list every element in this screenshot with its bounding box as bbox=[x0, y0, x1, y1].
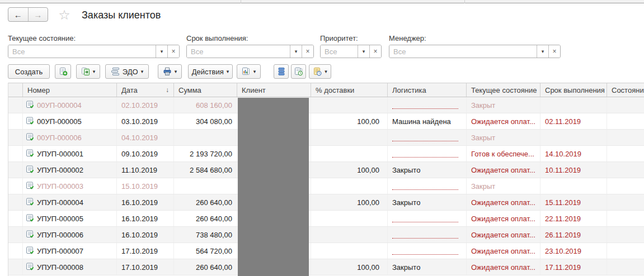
filter-priority-input[interactable] bbox=[321, 45, 358, 58]
sum-cell bbox=[174, 178, 237, 194]
due-date-cell: 17.11.2019 bbox=[540, 259, 607, 275]
logistics-cell bbox=[388, 97, 467, 113]
list-settings-button[interactable] bbox=[274, 64, 289, 79]
chevron-down-icon: ▾ bbox=[175, 69, 177, 74]
column-header-delivery-pct[interactable]: % доставки bbox=[311, 83, 388, 97]
current-state-cell: Ожидается оплат... bbox=[467, 243, 540, 259]
posted-document-icon bbox=[26, 262, 34, 273]
window-top-edge bbox=[0, 0, 644, 3]
chevron-down-icon[interactable]: ▾ bbox=[156, 45, 167, 58]
document-history-button[interactable] bbox=[291, 64, 306, 79]
forward-arrow-icon: → bbox=[34, 10, 42, 20]
copy-document-icon bbox=[81, 67, 90, 76]
table-row[interactable]: УПУП-000001 09.10.2019 2 193 720,00 Гото… bbox=[8, 146, 644, 162]
row-selector-cell bbox=[8, 130, 23, 145]
report-icon bbox=[242, 67, 251, 76]
table-row[interactable]: УПУП-000003 15.10.2019 Закрыт bbox=[8, 178, 644, 194]
empty-field-underline bbox=[392, 231, 458, 239]
actions-button[interactable]: Действия ▾ bbox=[188, 64, 233, 79]
clear-icon[interactable]: × bbox=[167, 45, 179, 58]
page-title: Заказы клиентов bbox=[82, 9, 161, 21]
table-row[interactable]: УПУП-000006 16.10.2019 738 480,00 Ожидае… bbox=[8, 227, 644, 243]
column-header-state[interactable]: Состояние bbox=[607, 83, 644, 97]
favorite-star-icon[interactable]: ☆ bbox=[56, 7, 73, 23]
state-cell bbox=[607, 146, 644, 161]
due-date-cell bbox=[540, 97, 607, 113]
chevron-down-icon[interactable]: ▾ bbox=[537, 45, 548, 58]
column-header-date[interactable]: Дата ↓ bbox=[117, 83, 174, 97]
create-button[interactable]: Создать bbox=[8, 64, 50, 79]
client-column-redaction-overlay bbox=[238, 98, 309, 276]
print-icon bbox=[163, 67, 172, 76]
forward-button[interactable]: → bbox=[29, 8, 48, 21]
filter-manager-input[interactable] bbox=[389, 45, 537, 58]
due-date-cell: 23.10.2019 bbox=[540, 243, 607, 259]
filter-due-date-input[interactable] bbox=[187, 45, 290, 58]
number-cell: УПУП-000007 bbox=[23, 243, 117, 259]
copy-create-button[interactable]: ▾ bbox=[76, 64, 100, 79]
logistics-cell: Закрыто bbox=[388, 162, 467, 178]
current-state-cell: Ожидается оплат... bbox=[467, 259, 540, 275]
table-row[interactable]: УПУП-000002 11.10.2019 2 584 680,00 100,… bbox=[8, 162, 644, 178]
row-selector-cell bbox=[8, 243, 23, 259]
sum-cell: 2 193 720,00 bbox=[174, 146, 237, 161]
clear-icon[interactable]: × bbox=[369, 45, 381, 58]
chevron-down-icon[interactable]: ▾ bbox=[290, 45, 302, 58]
date-cell: 09.10.2019 bbox=[117, 146, 174, 161]
clear-icon[interactable]: × bbox=[548, 45, 560, 58]
posted-document-icon bbox=[26, 165, 34, 175]
delivery-pct-cell bbox=[311, 97, 388, 113]
posted-document-icon bbox=[26, 100, 34, 111]
add-document-button[interactable] bbox=[55, 64, 71, 79]
clear-icon[interactable]: × bbox=[302, 45, 313, 58]
table-row[interactable]: УПУП-000005 16.10.2019 260 640,00 Ожидае… bbox=[8, 211, 644, 227]
history-nav-group: ← → bbox=[8, 7, 48, 22]
posted-document-icon bbox=[26, 230, 34, 240]
row-selector-cell bbox=[8, 146, 23, 161]
document-history-icon bbox=[294, 67, 303, 76]
column-header-logistics[interactable]: Логистика bbox=[388, 83, 467, 97]
table-row[interactable]: УПУП-000008 17.10.2019 260 640,00 100,00… bbox=[8, 259, 644, 275]
date-cell: 15.10.2019 bbox=[117, 178, 174, 194]
number-cell: УПУП-000003 bbox=[23, 178, 117, 194]
column-header-due-date[interactable]: Срок выполнения bbox=[540, 83, 607, 97]
delivery-pct-cell: 100,00 bbox=[311, 194, 388, 210]
state-cell bbox=[607, 243, 644, 259]
column-header-selector[interactable] bbox=[8, 83, 23, 97]
column-header-current-state[interactable]: Текущее состояние bbox=[467, 83, 540, 97]
list-settings-icon bbox=[278, 67, 285, 76]
number-cell: 00УП-000004 bbox=[23, 97, 117, 113]
posted-document-icon bbox=[26, 116, 34, 127]
column-header-sum[interactable]: Сумма bbox=[174, 83, 237, 97]
table-row[interactable]: УПУП-000004 16.10.2019 260 640,00 100,00… bbox=[8, 194, 644, 211]
sum-cell: 304 080,00 bbox=[174, 113, 237, 129]
report-button[interactable]: ▾ bbox=[237, 64, 261, 79]
edo-button[interactable]: ЭДО ▾ bbox=[105, 64, 149, 79]
back-button[interactable]: ← bbox=[8, 8, 29, 21]
table-row[interactable]: 00УП-000006 04.10.2019 Закрыт bbox=[8, 130, 644, 146]
filter-current-state-input[interactable] bbox=[8, 45, 156, 58]
column-header-number[interactable]: Номер bbox=[23, 83, 117, 97]
state-cell bbox=[607, 194, 644, 210]
due-date-cell: 15.11.2019 bbox=[540, 194, 607, 210]
column-header-client[interactable]: Клиент bbox=[237, 83, 311, 97]
filter-due-date: ▾ × bbox=[186, 45, 314, 58]
table-row[interactable]: 00УП-000005 03.10.2019 304 080,00 100,00… bbox=[8, 113, 644, 130]
logistics-cell bbox=[388, 178, 467, 194]
number-cell: УПУП-000005 bbox=[23, 211, 117, 226]
sort-descending-icon: ↓ bbox=[166, 86, 169, 94]
chevron-down-icon[interactable]: ▾ bbox=[358, 45, 369, 58]
sum-cell: 2 584 680,00 bbox=[174, 162, 237, 178]
date-cell: 04.10.2019 bbox=[117, 130, 174, 145]
table-row[interactable]: УПУП-000007 17.10.2019 564 720,00 Ожидае… bbox=[8, 243, 644, 259]
chevron-down-icon: ▾ bbox=[325, 69, 327, 74]
current-state-cell: Ожидается оплат... bbox=[467, 113, 540, 129]
row-selector-cell bbox=[8, 227, 23, 242]
scheduled-document-button[interactable]: ▾ bbox=[309, 64, 331, 79]
logistics-cell bbox=[388, 146, 467, 161]
current-state-cell: Готов к обеспече... bbox=[467, 146, 540, 161]
table-row[interactable]: 00УП-000004 02.10.2019 608 160,00 Закрыт bbox=[8, 97, 644, 113]
filter-label-manager: Менеджер: bbox=[389, 34, 426, 42]
date-cell: 03.10.2019 bbox=[117, 113, 174, 129]
print-button[interactable]: ▾ bbox=[158, 64, 182, 79]
